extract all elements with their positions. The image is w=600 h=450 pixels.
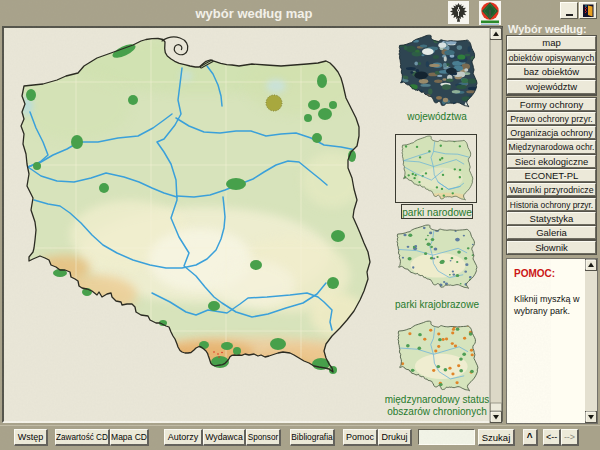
svg-text:parki narodowe: parki narodowe xyxy=(402,207,472,218)
svg-text:parki krajobrazowe: parki krajobrazowe xyxy=(395,299,479,310)
svg-text:międzynarodowy status: międzynarodowy status xyxy=(385,394,490,405)
svg-text:województwa: województwa xyxy=(406,111,467,122)
svg-text:obszarów chronionych: obszarów chronionych xyxy=(387,406,487,417)
